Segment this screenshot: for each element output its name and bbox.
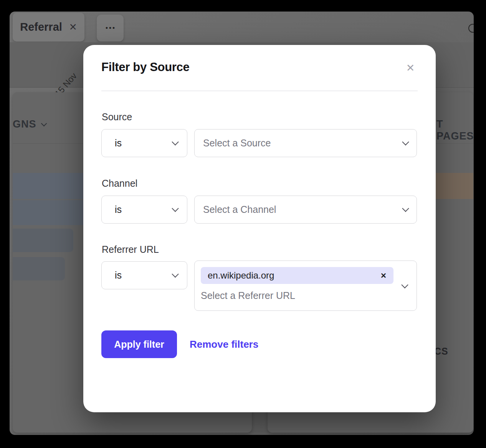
chevron-down-icon bbox=[41, 121, 47, 127]
exit-pages-header: T PAGES bbox=[436, 118, 474, 142]
campaigns-header[interactable]: GNS bbox=[13, 118, 46, 130]
bar-row bbox=[13, 229, 73, 252]
source-operator-select[interactable]: is bbox=[101, 129, 187, 157]
referrer-url-field-label: Referrer URL bbox=[102, 244, 159, 255]
selected-referrer-chip: en.wikipedia.org ✕ bbox=[201, 267, 393, 284]
referral-filter-tab[interactable]: Referral ✕ bbox=[13, 13, 84, 41]
source-value-select[interactable]: Select a Source bbox=[194, 129, 417, 157]
more-options-button[interactable]: ••• bbox=[97, 15, 124, 41]
referrer-operator-select[interactable]: is bbox=[101, 261, 187, 289]
background-topbar: Referral ✕ ••• bbox=[10, 12, 474, 42]
source-field-label: Source bbox=[102, 111, 132, 123]
chevron-down-icon bbox=[401, 281, 408, 288]
channel-value-select[interactable]: Select a Channel bbox=[194, 196, 417, 224]
channel-operator-value: is bbox=[115, 204, 173, 215]
chevron-down-icon bbox=[402, 138, 409, 145]
close-icon[interactable]: ✕ bbox=[404, 62, 417, 74]
referral-tab-label: Referral bbox=[20, 21, 62, 33]
channel-operator-select[interactable]: is bbox=[101, 196, 187, 224]
remove-filters-link[interactable]: Remove filters bbox=[190, 330, 258, 358]
dialog-title: Filter by Source bbox=[101, 60, 190, 74]
source-select-placeholder: Select a Source bbox=[203, 138, 403, 149]
remove-chip-icon[interactable]: ✕ bbox=[380, 271, 387, 280]
metrics-partial-label: CS bbox=[434, 346, 448, 357]
channel-field-label: Channel bbox=[102, 178, 137, 189]
selected-referrer-value: en.wikipedia.org bbox=[208, 270, 380, 281]
apply-filter-button[interactable]: Apply filter bbox=[101, 330, 177, 358]
ellipsis-icon: ••• bbox=[104, 24, 116, 32]
chevron-down-icon bbox=[172, 138, 179, 145]
search-icon[interactable] bbox=[468, 24, 474, 33]
filter-by-source-dialog: Filter by Source ✕ Source is Select a So… bbox=[83, 45, 436, 412]
referrer-url-combobox[interactable]: en.wikipedia.org ✕ Select a Referrer URL bbox=[194, 261, 417, 311]
referrer-select-placeholder: Select a Referrer URL bbox=[201, 290, 295, 301]
tab-close-icon[interactable]: ✕ bbox=[69, 22, 77, 32]
channel-select-placeholder: Select a Channel bbox=[203, 204, 403, 215]
chevron-down-icon bbox=[402, 205, 409, 212]
referrer-operator-value: is bbox=[115, 270, 173, 281]
bar-row bbox=[13, 257, 65, 280]
campaigns-header-label: GNS bbox=[13, 118, 36, 130]
divider bbox=[101, 91, 418, 91]
exit-pages-header-label: T PAGES bbox=[436, 118, 474, 142]
source-operator-value: is bbox=[115, 138, 173, 149]
chevron-down-icon bbox=[172, 205, 179, 212]
chevron-down-icon bbox=[172, 270, 179, 277]
